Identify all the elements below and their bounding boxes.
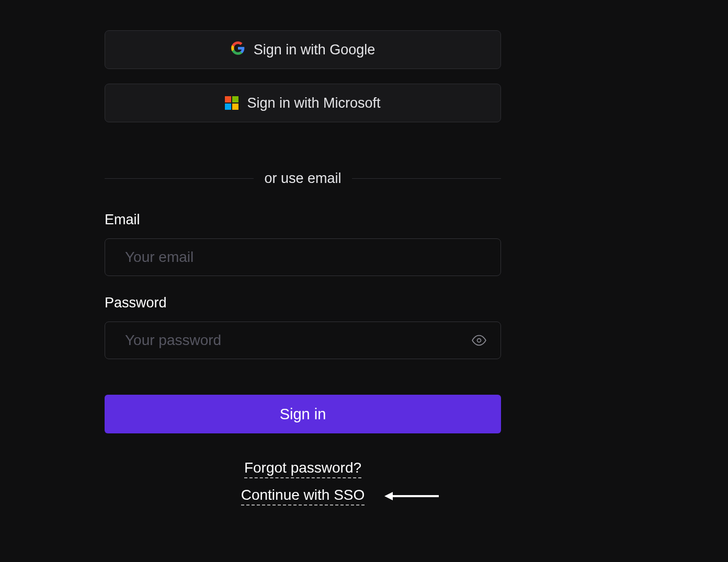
- signin-microsoft-label: Sign in with Microsoft: [247, 95, 380, 111]
- signin-google-button[interactable]: Sign in with Google: [105, 30, 501, 69]
- links-container: Forgot password? Continue with SSO: [105, 460, 501, 506]
- microsoft-icon: [225, 96, 238, 110]
- email-label: Email: [105, 212, 501, 228]
- email-input[interactable]: [105, 238, 501, 276]
- google-icon: [231, 41, 245, 59]
- email-field-group: Email: [105, 212, 501, 276]
- password-field-group: Password: [105, 295, 501, 359]
- password-input[interactable]: [105, 322, 501, 359]
- signin-google-label: Sign in with Google: [254, 42, 376, 58]
- forgot-password-link[interactable]: Forgot password?: [244, 460, 361, 478]
- divider-line-right: [352, 178, 501, 179]
- password-visibility-toggle[interactable]: [472, 333, 486, 348]
- arrow-left-icon: [384, 491, 439, 501]
- divider-line-left: [105, 178, 254, 179]
- arrow-annotation: [384, 491, 439, 501]
- signin-microsoft-button[interactable]: Sign in with Microsoft: [105, 84, 501, 122]
- eye-icon: [472, 333, 486, 348]
- continue-sso-link[interactable]: Continue with SSO: [241, 487, 365, 506]
- password-label: Password: [105, 295, 501, 311]
- svg-point-0: [477, 339, 481, 342]
- svg-marker-2: [384, 492, 393, 500]
- signin-form: Sign in with Google Sign in with Microso…: [105, 30, 501, 562]
- divider-text: or use email: [254, 170, 351, 187]
- divider: or use email: [105, 170, 501, 187]
- signin-button[interactable]: Sign in: [105, 395, 501, 433]
- sso-link-wrapper: Continue with SSO: [241, 487, 365, 506]
